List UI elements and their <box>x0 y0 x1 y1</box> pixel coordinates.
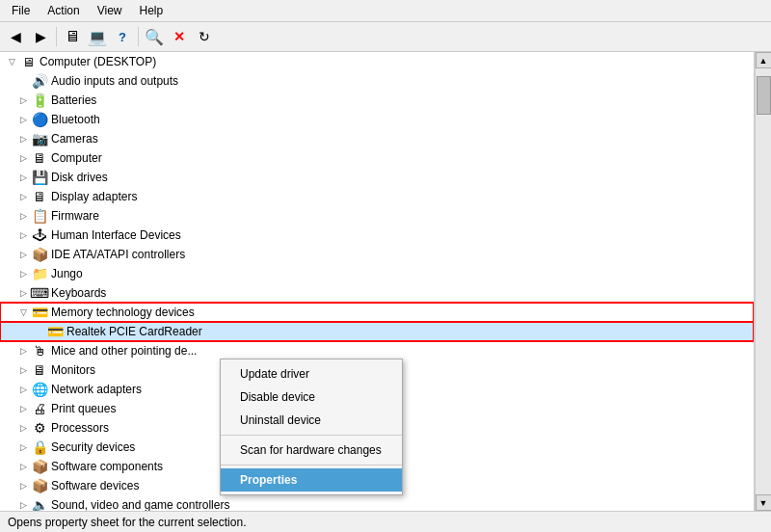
update-button[interactable]: ↻ <box>193 25 216 48</box>
label-computer: Computer <box>51 151 102 165</box>
expand-firmware[interactable]: ▷ <box>15 208 31 224</box>
scroll-down[interactable]: ▼ <box>756 494 772 511</box>
tree-panel[interactable]: ▽ 🖥 Computer (DESKTOP) 🔊Audio inputs and… <box>0 52 755 511</box>
ctx-properties[interactable]: Properties <box>221 468 402 492</box>
expand-computer[interactable]: ▷ <box>15 150 31 166</box>
context-menu: Update driver Disable device Uninstall d… <box>220 359 403 495</box>
label-keyboards: Keyboards <box>51 286 106 300</box>
forward-button[interactable]: ▶ <box>29 25 52 48</box>
scroll-up[interactable]: ▲ <box>756 52 772 68</box>
tree-item-mice[interactable]: ▷🖱Mice and other pointing de... <box>0 341 754 360</box>
menu-help[interactable]: Help <box>132 2 172 19</box>
status-bar: Opens property sheet for the current sel… <box>0 511 771 532</box>
icon-batteries: 🔋 <box>31 93 48 108</box>
scroll-track[interactable] <box>756 68 772 494</box>
uninstall-button[interactable]: ✕ <box>168 25 191 48</box>
expand-mice[interactable]: ▷ <box>15 343 31 359</box>
label-disk: Disk drives <box>51 171 108 184</box>
icon-hid: 🕹 <box>31 227 48 243</box>
expand-audio[interactable] <box>15 73 31 89</box>
tree-item-sound[interactable]: ▷🔈Sound, video and game controllers <box>0 495 754 511</box>
tree-item-memory[interactable]: ▽💳Memory technology devices <box>0 303 754 322</box>
tree-item-computer[interactable]: ▷🖥Computer <box>0 148 754 168</box>
expand-keyboards[interactable]: ▷ <box>15 285 31 301</box>
computer-root-icon: 🖥 <box>19 54 37 69</box>
tree-item-disk[interactable]: ▷💾Disk drives <box>0 168 754 187</box>
ctx-scan[interactable]: Scan for hardware changes <box>221 439 402 462</box>
tree-item-display[interactable]: ▷🖥Display adapters <box>0 187 754 206</box>
tree-item-cameras[interactable]: ▷📷Cameras <box>0 129 754 148</box>
icon-print: 🖨 <box>31 401 48 416</box>
expand-processors[interactable]: ▷ <box>15 420 31 436</box>
icon-software-dev: 📦 <box>31 478 48 493</box>
device-manager-button[interactable]: 🖥 <box>61 25 84 48</box>
icon-mice: 🖱 <box>31 343 48 359</box>
expand-print[interactable]: ▷ <box>15 401 31 416</box>
expand-memory[interactable]: ▽ <box>15 305 31 320</box>
tree-root[interactable]: ▽ 🖥 Computer (DESKTOP) <box>0 52 754 71</box>
tree-item-firmware[interactable]: ▷📋Firmware <box>0 206 754 226</box>
label-mice: Mice and other pointing de... <box>51 344 197 358</box>
label-jungo: Jungo <box>51 267 83 280</box>
expand-network[interactable]: ▷ <box>15 382 31 397</box>
label-security: Security devices <box>51 440 135 454</box>
tree-item-hid[interactable]: ▷🕹Human Interface Devices <box>0 226 754 245</box>
expand-software-dev[interactable]: ▷ <box>15 478 31 493</box>
scan-button[interactable]: 🔍 <box>143 25 166 48</box>
ctx-disable-device[interactable]: Disable device <box>221 386 402 409</box>
computer-button[interactable]: 💻 <box>86 25 109 48</box>
main-area: ▽ 🖥 Computer (DESKTOP) 🔊Audio inputs and… <box>0 52 771 511</box>
root-expand[interactable]: ▽ <box>4 54 19 69</box>
icon-memory: 💳 <box>31 305 48 320</box>
icon-disk: 💾 <box>31 170 48 185</box>
expand-batteries[interactable]: ▷ <box>15 93 31 108</box>
icon-cardreader: 💳 <box>46 324 64 339</box>
expand-cardreader[interactable] <box>31 324 46 339</box>
label-firmware: Firmware <box>51 209 99 223</box>
tree-item-jungo[interactable]: ▷📁Jungo <box>0 264 754 283</box>
icon-monitors: 🖥 <box>31 362 48 378</box>
tree-item-batteries[interactable]: ▷🔋Batteries <box>0 91 754 110</box>
menu-file[interactable]: File <box>4 2 38 19</box>
ctx-update-driver[interactable]: Update driver <box>221 362 402 386</box>
icon-jungo: 📁 <box>31 266 48 281</box>
back-button[interactable]: ◀ <box>4 25 27 48</box>
expand-security[interactable]: ▷ <box>15 439 31 455</box>
label-display: Display adapters <box>51 190 137 203</box>
root-label: Computer (DESKTOP) <box>40 55 156 68</box>
tree-item-bluetooth[interactable]: ▷🔵Bluetooth <box>0 110 754 129</box>
expand-display[interactable]: ▷ <box>15 189 31 204</box>
scroll-thumb[interactable] <box>757 76 771 115</box>
label-ide: IDE ATA/ATAPI controllers <box>51 248 185 261</box>
menu-action[interactable]: Action <box>40 2 87 19</box>
tree-item-ide[interactable]: ▷📦IDE ATA/ATAPI controllers <box>0 245 754 264</box>
expand-sound[interactable]: ▷ <box>15 497 31 511</box>
label-monitors: Monitors <box>51 363 95 377</box>
expand-software-comp[interactable]: ▷ <box>15 459 31 474</box>
label-bluetooth: Bluetooth <box>51 113 100 126</box>
menu-bar: File Action View Help <box>0 0 771 22</box>
ctx-uninstall-device[interactable]: Uninstall device <box>221 409 402 432</box>
tree-item-keyboards[interactable]: ▷⌨Keyboards <box>0 283 754 303</box>
help-button[interactable]: ? <box>111 25 134 48</box>
expand-ide[interactable]: ▷ <box>15 247 31 262</box>
expand-monitors[interactable]: ▷ <box>15 362 31 378</box>
tree-item-cardreader[interactable]: 💳Realtek PCIE CardReader <box>0 322 754 341</box>
expand-cameras[interactable]: ▷ <box>15 131 31 146</box>
icon-firmware: 📋 <box>31 208 48 224</box>
label-batteries: Batteries <box>51 93 96 107</box>
label-memory: Memory technology devices <box>51 306 195 319</box>
label-software-dev: Software devices <box>51 479 139 492</box>
scrollbar[interactable]: ▲ ▼ <box>755 52 771 511</box>
expand-hid[interactable]: ▷ <box>15 227 31 243</box>
icon-cameras: 📷 <box>31 131 48 146</box>
icon-bluetooth: 🔵 <box>31 112 48 127</box>
label-print: Print queues <box>51 402 116 415</box>
tree-item-audio[interactable]: 🔊Audio inputs and outputs <box>0 71 754 91</box>
expand-disk[interactable]: ▷ <box>15 170 31 185</box>
expand-bluetooth[interactable]: ▷ <box>15 112 31 127</box>
label-network: Network adapters <box>51 383 142 396</box>
toolbar: ◀ ▶ 🖥 💻 ? 🔍 ✕ ↻ <box>0 22 771 52</box>
expand-jungo[interactable]: ▷ <box>15 266 31 281</box>
menu-view[interactable]: View <box>90 2 130 19</box>
